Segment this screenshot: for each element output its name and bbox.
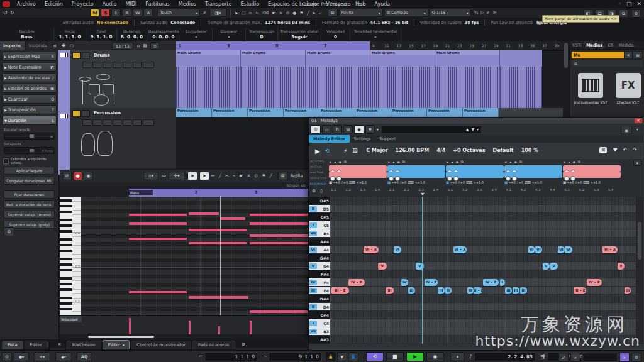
midi-clip-drums[interactable]: Main Drums	[241, 50, 306, 108]
copy-icon[interactable]: ⧉	[402, 160, 405, 164]
variation-controls[interactable]: ▦⌁+0♪+0⚂⚄∿+1.0	[329, 179, 387, 185]
inspector-section-note-expression[interactable]: ▶Note Expression◩	[2, 62, 57, 72]
inspector-section-duración[interactable]: ▼DuraciónL	[2, 116, 57, 125]
pattern-collapse-icon[interactable]: ▪	[633, 160, 641, 166]
variation-controls[interactable]: ▦⌁+0♪+0⚂⚄∿+1.0	[563, 179, 621, 185]
scale-legato-slider[interactable]: ▪	[4, 133, 55, 140]
preset-field[interactable]: ▲▼▾	[381, 125, 482, 134]
inspector-gear-icon[interactable]: ⚙	[4, 227, 14, 236]
variation-swing-value[interactable]: ⌁+0	[450, 180, 457, 184]
actions-controls[interactable]: ✕▾⊕⧉	[563, 159, 621, 165]
add-icon[interactable]: ⊕	[397, 160, 400, 164]
maximize-icon[interactable]: □	[626, 1, 632, 7]
inspector-section-edición-de-acordes[interactable]: ▶Edición de acordes▦	[2, 84, 57, 93]
actions-controls[interactable]: ✕▾⊕⧉	[329, 159, 387, 165]
plugin-menu-arrow-icon[interactable]: ▾	[636, 128, 638, 131]
midi-note[interactable]	[220, 217, 245, 220]
editor-tool-icon-0[interactable]: ✏	[211, 173, 215, 178]
tab-melody-editor[interactable]: Melody Editor	[309, 135, 350, 143]
midi-note[interactable]	[250, 234, 308, 237]
piano-key-A4[interactable]: A4VI	[309, 246, 330, 254]
piano-key-E4[interactable]: E4III	[309, 287, 330, 295]
plugin-bypass-icon[interactable]: ⊡	[322, 125, 331, 134]
menu-arrow-icon[interactable]: ▾	[452, 160, 453, 164]
midi-clip-drums[interactable]: Main Drums	[435, 50, 500, 108]
midi-note[interactable]	[250, 222, 308, 225]
melody-note[interactable]: VI	[565, 246, 572, 253]
extend-checkbox[interactable]	[3, 158, 9, 164]
arrangement-scrollbar[interactable]	[563, 41, 569, 117]
variation-rate-value[interactable]: ♪+0	[458, 180, 465, 184]
duration-button[interactable]: Aplicar legato	[4, 167, 55, 175]
right-panel-tab-medios[interactable]: Medios	[584, 41, 605, 49]
piano-key-As3[interactable]: A#3	[309, 336, 330, 344]
melody-scrollbar[interactable]	[636, 197, 643, 344]
track-row-drums[interactable]: Drums	[70, 50, 176, 109]
velocity-lane[interactable]: Velocidad	[60, 315, 308, 335]
favorite-icon[interactable]: ♥	[613, 148, 617, 153]
midi-clip-percussion[interactable]: Percussion	[248, 108, 284, 117]
arrangement-ruler[interactable]: 1357 9111315171921232527293133353739	[176, 41, 563, 51]
copy-icon[interactable]: ⧉	[461, 160, 464, 164]
left-locator-value[interactable]: 1. 1. 1. 0	[204, 352, 258, 361]
editor-grid-label[interactable]: Rejilla	[291, 174, 303, 178]
inspector-section-expression-map[interactable]: ▶Expression Map≋	[2, 52, 57, 61]
mute-button[interactable]	[72, 110, 80, 117]
zone-tab-editor[interactable]: Editor	[25, 341, 48, 349]
lock-icon[interactable]: 🔒	[326, 352, 336, 361]
right-panel-tab-cr[interactable]: CR	[605, 41, 616, 49]
melody-note[interactable]: V	[416, 263, 424, 270]
close-lower-zone-icon[interactable]: ✕	[58, 343, 62, 347]
plugin-compare-icon[interactable]: ◉	[354, 125, 364, 134]
velocity-bar[interactable]	[218, 326, 220, 334]
plugin-switch-icon[interactable]: ▣	[621, 126, 632, 134]
right-panel-tab-vsti[interactable]: VSTi	[570, 41, 584, 49]
info-field-tonalidad-fundamental[interactable]: Tonalidad fundamental-	[350, 28, 401, 41]
variation-swing-value[interactable]: ⌁+0	[392, 180, 398, 184]
melody-note[interactable]: VI	[394, 246, 401, 253]
menu-proyecto[interactable]: Proyecto	[67, 0, 98, 8]
melody-note[interactable]: III	[625, 287, 631, 294]
midi-note[interactable]	[250, 214, 308, 216]
play-icon[interactable]: ▶	[315, 148, 320, 155]
quantize-apply-icon[interactable]: ▷	[480, 11, 484, 15]
info-field-transposición[interactable]: Transposición0	[246, 28, 278, 41]
melody-note[interactable]: VI	[535, 246, 542, 253]
tab-inspector[interactable]: Inspecto.	[0, 41, 26, 50]
info-field-duración[interactable]: Duración8. 0. 0. 0	[117, 28, 147, 41]
inspector-section-cuantizar[interactable]: ▶CuantizarQ	[2, 94, 57, 104]
melody-note[interactable]: VI	[558, 246, 565, 253]
media-search-input[interactable]: Me	[572, 52, 624, 58]
lower-zone-gear-icon[interactable]: ⚙	[242, 343, 245, 347]
add-icon[interactable]: ⊕	[572, 160, 575, 164]
variation-amount-value[interactable]: ∿+1.0	[474, 180, 484, 184]
media-tile-instruments[interactable]: Instrumentos VST	[574, 73, 607, 104]
midi-note[interactable]	[250, 242, 308, 244]
aq-button[interactable]: AQ	[77, 352, 92, 361]
variation-amount-value[interactable]: ∿+1.0	[591, 180, 601, 184]
midi-clip-drums[interactable]	[500, 50, 565, 108]
duration-button[interactable]: Fijar duraciones	[4, 190, 55, 199]
virtual-keyboard-field[interactable]	[582, 353, 618, 362]
duration-button[interactable]: Ped. a duración de nota.	[4, 200, 55, 209]
editor-tool-icon-4[interactable]: ☛	[239, 173, 243, 178]
click-icon[interactable]: ⊙	[2, 352, 12, 361]
record-midi-icon[interactable]: ●	[73, 172, 82, 180]
piano-key-C5[interactable]: C5I	[309, 221, 330, 229]
menu-estudio[interactable]: Estudio	[236, 0, 264, 8]
melody-note[interactable]: VI • A	[453, 246, 467, 253]
variation-grid-icon[interactable]: ▦	[504, 180, 508, 184]
piano-key-As4[interactable]: A#4	[309, 238, 330, 246]
menu-partituras[interactable]: Partituras	[141, 0, 174, 8]
loop-icon[interactable]: ⟲	[325, 148, 330, 154]
playhead-marker[interactable]	[421, 193, 425, 195]
editor-snap-icon[interactable]: ⊠	[278, 172, 288, 180]
grid-mode-select[interactable]: ⊞ Compás▾	[384, 9, 428, 17]
variation-dice-icon[interactable]: ⚂⚄	[583, 180, 589, 184]
delete-icon[interactable]: ✕	[387, 160, 391, 164]
menu-arrow-icon[interactable]: ▾	[569, 160, 570, 164]
variation-grid-icon[interactable]: ▦	[387, 180, 391, 184]
menu-midi[interactable]: MIDI	[121, 0, 141, 8]
key-editor-piano-keys[interactable]: C4 C3 C2	[60, 197, 80, 315]
midi-clip-percussion[interactable]: Percussion	[463, 108, 499, 117]
